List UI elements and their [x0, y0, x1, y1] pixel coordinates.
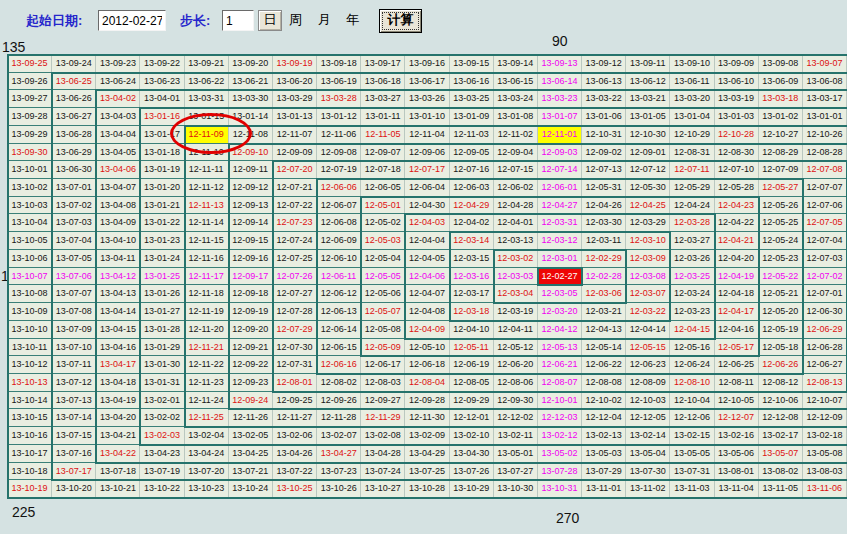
date-cell[interactable]: 13-06-10 [715, 73, 759, 91]
date-cell[interactable]: 13-11-04 [715, 480, 759, 498]
date-cell[interactable]: 13-10-25 [273, 480, 317, 498]
date-cell[interactable]: 13-03-17 [803, 90, 847, 108]
date-cell[interactable]: 13-05-04 [626, 445, 670, 463]
date-cell[interactable]: 12-08-03 [361, 374, 405, 392]
date-cell[interactable]: 13-10-13 [8, 374, 52, 392]
date-cell[interactable]: 12-11-04 [405, 126, 449, 144]
date-cell[interactable]: 13-10-02 [8, 179, 52, 197]
date-cell[interactable]: 13-06-20 [273, 73, 317, 91]
date-cell[interactable]: 13-07-30 [626, 463, 670, 481]
date-cell[interactable]: 13-07-16 [52, 445, 96, 463]
date-cell[interactable]: 12-07-14 [538, 161, 582, 179]
date-cell[interactable]: 12-08-12 [759, 374, 803, 392]
date-cell[interactable]: 12-03-14 [450, 232, 494, 250]
date-cell[interactable]: 13-04-03 [96, 108, 140, 126]
date-cell[interactable]: 13-01-23 [140, 232, 184, 250]
date-cell[interactable]: 13-07-04 [52, 232, 96, 250]
date-cell[interactable]: 13-04-14 [96, 303, 140, 321]
date-cell[interactable]: 12-04-28 [494, 197, 538, 215]
date-cell[interactable]: 13-07-19 [140, 463, 184, 481]
date-cell[interactable]: 13-04-07 [96, 179, 140, 197]
date-cell[interactable]: 12-03-25 [670, 268, 714, 286]
date-cell[interactable]: 12-06-06 [317, 179, 361, 197]
date-cell[interactable]: 13-09-10 [670, 55, 714, 73]
date-cell[interactable]: 13-02-03 [140, 427, 184, 445]
date-cell[interactable]: 12-03-04 [494, 285, 538, 303]
date-cell[interactable]: 12-11-05 [361, 126, 405, 144]
date-cell[interactable]: 12-12-04 [582, 409, 626, 427]
date-cell[interactable]: 12-03-06 [582, 285, 626, 303]
date-cell[interactable]: 12-07-29 [273, 321, 317, 339]
date-cell[interactable]: 12-12-01 [450, 409, 494, 427]
date-cell[interactable]: 13-06-21 [229, 73, 273, 91]
date-cell[interactable]: 12-07-01 [803, 285, 847, 303]
date-cell[interactable]: 13-01-05 [626, 108, 670, 126]
date-cell[interactable]: 12-11-30 [405, 409, 449, 427]
date-cell[interactable]: 12-08-29 [759, 144, 803, 162]
date-cell[interactable]: 12-11-16 [185, 250, 229, 268]
date-cell[interactable]: 13-09-28 [8, 108, 52, 126]
date-cell[interactable]: 13-06-27 [52, 108, 96, 126]
date-cell[interactable]: 13-07-25 [405, 463, 449, 481]
date-cell[interactable]: 13-01-09 [450, 108, 494, 126]
calculate-button[interactable]: 计算 [379, 9, 422, 33]
date-cell[interactable]: 12-09-23 [229, 374, 273, 392]
date-cell[interactable]: 12-03-31 [538, 214, 582, 232]
date-cell[interactable]: 12-03-19 [494, 303, 538, 321]
date-cell[interactable]: 12-10-04 [670, 392, 714, 410]
date-cell[interactable]: 12-05-20 [759, 303, 803, 321]
date-cell[interactable]: 13-10-26 [317, 480, 361, 498]
date-cell[interactable]: 12-11-09 [185, 126, 229, 144]
date-cell[interactable]: 12-08-28 [803, 144, 847, 162]
date-cell[interactable]: 12-05-04 [361, 250, 405, 268]
date-cell[interactable]: 13-10-10 [8, 321, 52, 339]
date-cell[interactable]: 12-06-09 [317, 232, 361, 250]
date-cell[interactable]: 13-10-01 [8, 161, 52, 179]
date-cell[interactable]: 12-04-02 [450, 214, 494, 232]
date-cell[interactable]: 12-11-17 [185, 268, 229, 286]
date-cell[interactable]: 12-04-16 [715, 321, 759, 339]
date-cell[interactable]: 12-11-12 [185, 179, 229, 197]
date-cell[interactable]: 13-04-19 [96, 392, 140, 410]
date-cell[interactable]: 13-02-07 [317, 427, 361, 445]
date-cell[interactable]: 13-01-22 [140, 214, 184, 232]
date-cell[interactable]: 13-10-23 [185, 480, 229, 498]
date-cell[interactable]: 12-09-27 [361, 392, 405, 410]
date-cell[interactable]: 12-06-30 [803, 303, 847, 321]
date-cell[interactable]: 13-04-08 [96, 197, 140, 215]
date-cell[interactable]: 13-07-13 [52, 392, 96, 410]
date-cell[interactable]: 12-09-13 [229, 197, 273, 215]
date-cell[interactable]: 13-06-16 [450, 73, 494, 91]
date-cell[interactable]: 12-04-27 [538, 197, 582, 215]
date-cell[interactable]: 12-04-26 [582, 197, 626, 215]
date-cell[interactable]: 12-05-26 [759, 197, 803, 215]
date-cell[interactable]: 12-03-20 [538, 303, 582, 321]
date-cell[interactable]: 12-06-16 [317, 356, 361, 374]
date-cell[interactable]: 13-10-03 [8, 197, 52, 215]
date-cell[interactable]: 13-04-21 [96, 427, 140, 445]
date-cell[interactable]: 13-06-25 [52, 73, 96, 91]
date-cell[interactable]: 13-05-06 [715, 445, 759, 463]
unit-month-button[interactable]: 月 [318, 10, 331, 29]
date-cell[interactable]: 12-05-31 [582, 179, 626, 197]
date-cell[interactable]: 13-03-25 [450, 90, 494, 108]
date-cell[interactable]: 12-07-03 [803, 250, 847, 268]
date-cell[interactable]: 13-10-18 [8, 463, 52, 481]
date-cell[interactable]: 13-03-28 [317, 90, 361, 108]
date-cell[interactable]: 12-11-18 [185, 285, 229, 303]
date-cell[interactable]: 12-07-27 [273, 285, 317, 303]
date-cell[interactable]: 12-07-10 [715, 161, 759, 179]
date-cell[interactable]: 13-04-20 [96, 409, 140, 427]
date-cell[interactable]: 13-02-15 [670, 427, 714, 445]
date-cell[interactable]: 12-06-07 [317, 197, 361, 215]
date-cell[interactable]: 12-03-18 [450, 303, 494, 321]
date-cell[interactable]: 12-11-20 [185, 321, 229, 339]
date-cell[interactable]: 12-05-28 [715, 179, 759, 197]
date-cell[interactable]: 13-09-22 [140, 55, 184, 73]
date-cell[interactable]: 12-09-15 [229, 232, 273, 250]
date-cell[interactable]: 12-05-30 [626, 179, 670, 197]
date-cell[interactable]: 12-04-13 [582, 321, 626, 339]
date-cell[interactable]: 13-06-09 [759, 73, 803, 91]
date-cell[interactable]: 12-05-13 [538, 339, 582, 357]
date-cell[interactable]: 12-12-02 [494, 409, 538, 427]
